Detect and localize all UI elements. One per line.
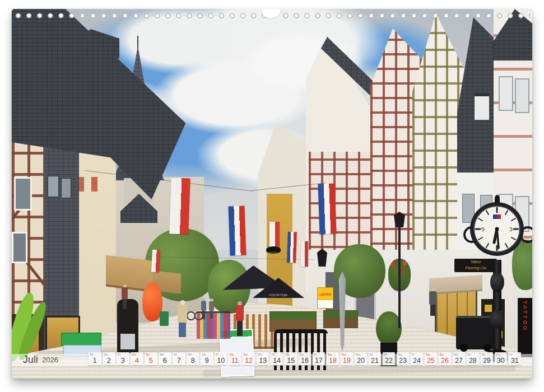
day-number: 19 [341, 357, 354, 365]
weekday-label: Mo [356, 353, 360, 356]
weekday-label: So [146, 353, 150, 356]
day-number: 30 [495, 357, 508, 365]
banner-flag-white-red [169, 178, 190, 234]
day-cell: So 5 [145, 352, 157, 365]
weekday-label: Do [300, 353, 304, 356]
day-number: 21 [369, 357, 382, 365]
day-cell: Mo 27 [453, 352, 466, 365]
weekday-label: Di [370, 353, 373, 356]
day-number: 10 [215, 357, 227, 365]
day-cell: Di 21 [369, 352, 382, 365]
day-number: 2 [103, 357, 115, 365]
day-cell: Di 28 [467, 352, 480, 365]
tattoo-board: TATTOO [518, 298, 532, 357]
day-cells: Mi 1 Do 2 Fr 3 Sa 4 So 5 Mo 6 Di 7 Mi 8 … [89, 352, 521, 365]
weekday-label: Fr [412, 353, 415, 356]
day-cell: Di 14 [271, 352, 283, 365]
day-cell: Mo 20 [355, 352, 368, 365]
weekday-label: Mi [90, 353, 93, 356]
day-cell: So 12 [243, 352, 255, 365]
hotel-sign-label: HOTEL [268, 251, 279, 255]
cart-wheel [460, 344, 468, 352]
weekday-label: Di [174, 353, 177, 356]
calendar-sheet: Tattoo Piercing Clo LOTTO KÖSTRI [12, 9, 532, 379]
clock-numeral-3: 3 [509, 226, 513, 232]
weekday-label: So [440, 353, 444, 356]
left-window [14, 177, 32, 211]
pedestrian [178, 300, 187, 339]
day-number: 29 [481, 357, 494, 365]
day-number: 14 [271, 357, 283, 365]
street-clock-face: 9 3 [469, 201, 525, 257]
dormer-window [475, 93, 489, 120]
weekday-label: Do [202, 353, 206, 356]
day-number: 22 [383, 357, 396, 365]
day-number: 18 [327, 357, 340, 365]
banner-flag-tricolor [287, 232, 297, 263]
weekday-label: Fr [216, 353, 219, 356]
lotto-sign-label: LOTTO [319, 293, 331, 296]
planter-box [269, 311, 317, 332]
day-number: 12 [243, 357, 255, 365]
weekday-label: Mi [384, 353, 387, 356]
day-cell: Mi 22 [383, 352, 396, 365]
day-number: 15 [285, 357, 297, 365]
weekday-label: Sa [230, 353, 234, 356]
day-number: 13 [257, 357, 269, 365]
day-cell: Fr 3 [117, 352, 129, 365]
day-number: 11 [229, 357, 241, 365]
weekday-label: Sa [132, 353, 136, 356]
day-number: 3 [117, 357, 129, 365]
day-number: 23 [397, 357, 410, 365]
pedestrian [201, 298, 206, 319]
weekday-label: Di [468, 353, 471, 356]
red-window [91, 177, 97, 192]
weekday-label: Sa [426, 353, 430, 356]
gable-window [61, 178, 71, 198]
tattoo-board-label: TATTOO [522, 301, 528, 332]
banner-flag-tricolor [318, 184, 336, 235]
day-number: 6 [159, 357, 171, 365]
green-shop-sign [61, 333, 101, 346]
day-number: 24 [411, 357, 424, 365]
tattoo-shop-sign-line2: Piercing Clo [465, 266, 486, 270]
weekday-label: So [244, 353, 248, 356]
a-frame-panel [120, 334, 135, 349]
pedestrian [429, 288, 436, 316]
weekday-label: Do [398, 353, 402, 356]
month-label: Juli [23, 354, 38, 366]
weekday-label: Fr [510, 353, 513, 356]
day-cell: Mi 1 [89, 352, 101, 365]
day-number: 9 [201, 357, 213, 365]
weekday-label: Mi [188, 353, 191, 356]
day-cell: Fr 17 [313, 352, 326, 365]
day-cell: Do 2 [103, 352, 115, 365]
left-window [12, 232, 27, 263]
weekday-label: Do [496, 353, 500, 356]
day-cell: Sa 11 [229, 352, 241, 365]
weekday-label: Mi [286, 353, 289, 356]
umbrella-brand-label: KÖSTRITZER [253, 294, 304, 297]
weekday-label: Mo [454, 353, 458, 356]
day-cell: Mi 8 [187, 352, 199, 365]
day-number: 27 [453, 357, 466, 365]
weekday-label: Sa [328, 353, 332, 356]
day-cell: Sa 18 [327, 352, 340, 365]
day-cell: Mo 6 [159, 352, 171, 365]
tattoo-shop-sign-line1: Tattoo [470, 260, 481, 264]
weekday-label: Di [272, 353, 275, 356]
weekday-label: Do [104, 353, 108, 356]
day-cell: Do 9 [201, 352, 213, 365]
day-number: 5 [145, 357, 157, 365]
weekday-label: Mo [160, 353, 164, 356]
day-number: 4 [131, 357, 143, 365]
day-cell: So 19 [341, 352, 354, 365]
day-cell: Fr 24 [411, 352, 424, 365]
tattoo-flash-frame [485, 305, 492, 312]
weekday-label: Mi [482, 353, 485, 356]
day-cell: So 26 [439, 352, 452, 365]
day-cell: Mi 29 [481, 352, 494, 365]
green-bin [160, 311, 169, 326]
weekday-label: Fr [314, 353, 317, 356]
year-label: 2026 [42, 356, 58, 364]
